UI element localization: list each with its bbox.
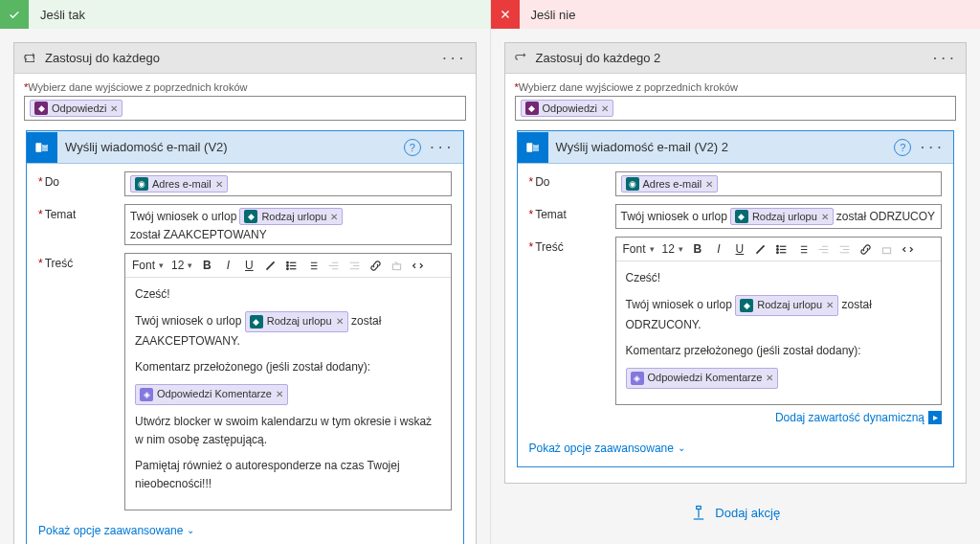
token-remove[interactable]: ✕ (336, 314, 344, 329)
underline-button[interactable]: U (240, 257, 257, 274)
token-leave-type[interactable]: ◆ Rodzaj urlopu ✕ (245, 311, 348, 332)
clear-button[interactable] (388, 257, 405, 274)
subject-input[interactable]: Twój wniosek o urlop ◆ Rodzaj urlopu ✕ z… (124, 204, 452, 245)
svg-rect-0 (35, 143, 41, 151)
help-icon[interactable]: ? (404, 139, 421, 156)
help-icon[interactable]: ? (894, 139, 911, 156)
apply-to-each-header[interactable]: Zastosuj do każdego · · · (14, 43, 476, 74)
token-remove[interactable]: ✕ (276, 387, 283, 402)
send-email-card: Wyślij wiadomość e-mail (V2) ? · · · *Do (26, 130, 464, 544)
send-email-title: Wyślij wiadomość e-mail (V2) 2 (556, 140, 895, 154)
code-button[interactable] (900, 240, 917, 258)
body-label: *Treść (38, 253, 124, 270)
token-remove[interactable]: ✕ (705, 179, 713, 190)
token-leave-type[interactable]: ◆ Rodzaj urlopu ✕ (239, 208, 343, 225)
italic-button[interactable]: I (710, 240, 727, 258)
token-responses[interactable]: ◆ Odpowiedzi ✕ (521, 100, 613, 117)
apply-to-each-header[interactable]: Zastosuj do każdego 2 · · · (505, 43, 967, 74)
token-remove[interactable]: ✕ (110, 103, 118, 114)
to-input[interactable]: ◉ Adres e-mail ✕ (615, 171, 943, 196)
chevron-down-icon: ⌄ (187, 525, 194, 535)
body-editor: Font 12 B I U (124, 253, 452, 510)
token-remove[interactable]: ✕ (601, 103, 609, 114)
indent-button[interactable] (836, 240, 854, 258)
svg-point-9 (777, 248, 779, 250)
more-menu[interactable]: · · · (917, 137, 946, 158)
body-content[interactable]: Cześć! Twój wniosek o urlop ◆ Rodzaj url… (125, 278, 451, 510)
apply-to-each-title: Zastosuj do każdego (45, 51, 439, 65)
more-menu[interactable]: · · · (929, 48, 958, 69)
code-button[interactable] (409, 257, 426, 274)
indent-button[interactable] (345, 257, 363, 274)
forms-icon: ◆ (525, 102, 539, 115)
apply-to-each-card: Zastosuj do każdego 2 · · · *Wybierz dan… (504, 42, 968, 484)
bullets-button[interactable] (282, 257, 300, 274)
to-input[interactable]: ◉ Adres e-mail ✕ (124, 171, 452, 196)
outlook-icon (27, 132, 57, 163)
subject-input[interactable]: Twój wniosek o urlop ◆ Rodzaj urlopu ✕ z… (615, 204, 943, 229)
bold-button[interactable]: B (689, 240, 706, 258)
outlook-icon (518, 132, 548, 163)
token-leave-type[interactable]: ◆ Rodzaj urlopu ✕ (730, 208, 834, 225)
svg-rect-7 (526, 143, 532, 151)
svg-rect-11 (883, 247, 891, 253)
editor-toolbar: Font 12 B I U (125, 254, 451, 278)
checkmark-icon (0, 0, 29, 29)
font-select[interactable]: Font (130, 258, 166, 273)
prevsteps-input[interactable]: ◆ Odpowiedzi ✕ (24, 96, 466, 121)
numbers-button[interactable] (794, 240, 812, 258)
size-select[interactable]: 12 (169, 258, 194, 273)
token-remove[interactable]: ✕ (330, 212, 338, 222)
token-remove[interactable]: ✕ (766, 371, 773, 386)
forms-icon: ◆ (34, 102, 48, 115)
more-menu[interactable]: · · · (427, 137, 456, 158)
token-email[interactable]: ◉ Adres e-mail ✕ (621, 175, 719, 193)
forms-icon: ◆ (244, 210, 257, 223)
apply-to-each-card: Zastosuj do każdego · · · *Wybierz dane … (13, 42, 477, 544)
font-select[interactable]: Font (621, 241, 657, 257)
color-button[interactable] (752, 240, 769, 258)
numbers-button[interactable] (303, 257, 321, 274)
clear-button[interactable] (879, 240, 896, 258)
show-advanced[interactable]: Pokaż opcje zaawansowane ⌄ (529, 436, 943, 459)
prevsteps-label: *Wybierz dane wyjściowe z poprzednich kr… (24, 81, 466, 93)
branch-yes-header: Jeśli tak (0, 0, 490, 29)
token-comment[interactable]: ◈ Odpowiedzi Komentarze ✕ (135, 384, 288, 405)
more-menu[interactable]: · · · (439, 48, 468, 69)
forms-icon: ◆ (250, 315, 263, 329)
svg-point-8 (777, 245, 779, 247)
send-email-title: Wyślij wiadomość e-mail (V2) (65, 140, 404, 154)
token-responses[interactable]: ◆ Odpowiedzi ✕ (30, 100, 122, 117)
link-button[interactable] (858, 240, 875, 258)
bullets-button[interactable] (773, 240, 791, 258)
token-remove[interactable]: ✕ (821, 212, 829, 222)
to-label: *Do (38, 171, 124, 189)
close-icon (491, 0, 520, 29)
dynamic-icon: ▸ (928, 411, 942, 424)
token-comment[interactable]: ◈ Odpowiedzi Komentarze ✕ (626, 368, 779, 389)
bold-button[interactable]: B (198, 257, 215, 274)
send-email-header[interactable]: Wyślij wiadomość e-mail (V2) 2 ? · · · (518, 131, 954, 164)
size-select[interactable]: 12 (660, 241, 685, 257)
dynamic-content[interactable]: Dodaj zawartość dynamiczną ▸ (615, 405, 943, 428)
token-email[interactable]: ◉ Adres e-mail ✕ (130, 175, 228, 193)
token-remove[interactable]: ✕ (826, 298, 834, 313)
branch-no-label: Jeśli nie (531, 8, 576, 22)
send-email-header[interactable]: Wyślij wiadomość e-mail (V2) ? · · · (27, 131, 463, 164)
color-button[interactable] (261, 257, 278, 274)
token-remove[interactable]: ✕ (215, 179, 223, 190)
add-action-button[interactable]: Dodaj akcję (504, 493, 968, 533)
outdent-button[interactable] (815, 240, 833, 258)
svg-point-1 (287, 261, 289, 263)
body-content[interactable]: Cześć! Twój wniosek o urlop ◆ Rodzaj url… (616, 261, 942, 404)
italic-button[interactable]: I (219, 257, 236, 274)
show-advanced[interactable]: Pokaż opcje zaawansowane ⌄ (38, 518, 452, 541)
underline-button[interactable]: U (731, 240, 748, 258)
condition-branches: Jeśli tak Zastosuj do każdego · · · *Wyb… (0, 0, 980, 544)
prevsteps-input[interactable]: ◆ Odpowiedzi ✕ (515, 96, 957, 121)
token-leave-type[interactable]: ◆ Rodzaj urlopu ✕ (735, 295, 838, 316)
link-button[interactable] (367, 257, 384, 274)
svg-point-2 (287, 264, 289, 266)
svg-point-3 (287, 267, 289, 269)
outdent-button[interactable] (324, 257, 342, 274)
